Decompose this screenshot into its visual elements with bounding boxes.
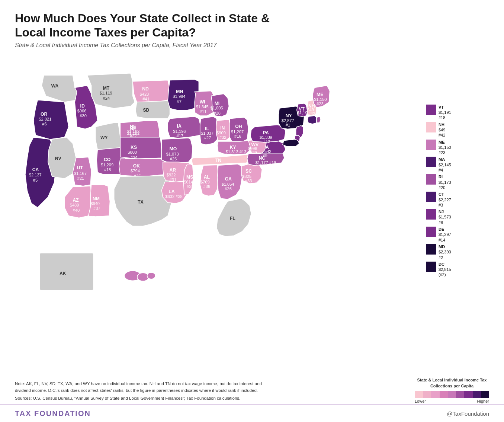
footer-twitter: @TaxFoundation [447,410,489,417]
svg-marker-44 [120,121,160,137]
svg-text:#30: #30 [80,114,87,118]
right-state-dc: DC$2,815(#2) [426,262,474,278]
svg-marker-152 [283,139,299,146]
svg-point-159 [147,272,155,279]
svg-text:WY: WY [100,135,108,140]
svg-text:#36: #36 [203,184,211,189]
svg-text:NV: NV [55,156,62,161]
svg-text:ID: ID [80,103,85,109]
svg-text:$1,167: $1,167 [74,171,87,176]
svg-text:$2,877: $2,877 [282,118,294,122]
right-state-vt: VT$1,191#18 [426,105,474,121]
svg-text:MT: MT [103,86,110,91]
legend-swatches [415,391,489,398]
svg-text:$1,150: $1,150 [314,97,327,102]
svg-text:#17: #17 [176,134,183,138]
svg-text:$794: $794 [131,169,140,173]
svg-text:$1,471: $1,471 [132,287,144,291]
svg-text:OR: OR [41,112,48,117]
svg-text:#37: #37 [93,206,100,211]
svg-text:#6: #6 [42,121,46,126]
footer-notes: Note: AK, FL, NV, SD, TX, WA, and WY hav… [15,381,411,402]
legend-area: State & Local Individual Income Tax Coll… [415,377,489,403]
svg-text:$640: $640 [90,201,100,206]
svg-text:$1,119: $1,119 [100,91,112,95]
svg-marker-61 [168,116,201,138]
svg-text:$2,137: $2,137 [29,173,42,177]
svg-text:#10: #10 [136,291,143,295]
svg-text:OK: OK [133,163,140,169]
svg-text:$1,313 #13: $1,313 #13 [226,150,247,154]
svg-text:#42: #42 [308,111,315,116]
svg-text:WA: WA [51,83,59,89]
svg-text:HI: HI [137,281,141,286]
svg-text:$800: $800 [128,150,137,154]
svg-text:#26: #26 [225,186,232,191]
svg-marker-65 [161,138,192,163]
svg-marker-84 [200,116,218,145]
svg-text:AZ: AZ [73,198,79,203]
svg-text:IN: IN [220,125,225,130]
svg-text:MS: MS [186,175,193,180]
svg-text:AK: AK [60,271,66,276]
svg-text:$966: $966 [77,109,87,113]
svg-marker-51 [119,159,166,176]
main-container: How Much Does Your State Collect in Stat… [0,0,504,422]
svg-text:MN: MN [176,89,183,94]
svg-text:#12: #12 [263,139,270,144]
svg-marker-10 [48,137,76,179]
svg-text:ND: ND [142,86,149,92]
right-state-me: ME$1,150#23 [426,140,474,156]
svg-text:$1,005: $1,005 [211,106,223,110]
svg-text:GA: GA [225,176,232,182]
svg-text:$1,037: $1,037 [201,131,214,135]
svg-text:$1,177 #19: $1,177 #19 [256,160,276,165]
svg-text:AR: AR [170,167,176,173]
svg-text:$423: $423 [140,92,149,96]
svg-text:TX: TX [138,199,144,204]
svg-text:$2,021: $2,021 [39,117,51,121]
svg-text:OH: OH [235,124,242,129]
svg-rect-155 [40,253,93,290]
svg-text:#33: #33 [245,179,252,183]
svg-text:$1,984: $1,984 [173,94,185,99]
svg-text:LA: LA [168,189,174,194]
svg-text:#11: #11 [200,109,207,114]
svg-text:#25: #25 [170,157,177,161]
legend-title: State & Local Individual Income Tax Coll… [415,377,489,389]
svg-text:KY: KY [230,145,236,150]
svg-text:#9: #9 [263,153,267,158]
legend-higher-label: Higher [477,399,489,403]
svg-text:CA: CA [32,167,39,172]
svg-marker-42 [135,101,170,119]
svg-text:CO: CO [104,157,110,162]
svg-text:NM: NM [93,196,100,201]
svg-text:AL: AL [204,175,210,180]
svg-text:UT: UT [77,165,83,170]
page-subtitle: State & Local Individual Income Tax Coll… [15,42,489,49]
footer-bar: TAX FOUNDATION @TaxFoundation [0,404,504,422]
map-area: WA OR $2,021 #6 CA $2,137 #5 NV ID $966 … [15,52,489,314]
svg-text:#41: #41 [142,97,150,101]
svg-text:$1,073: $1,073 [166,151,179,156]
footer-note: Note: AK, FL, NV, SD, TX, WA, and WY hav… [15,381,268,394]
right-state-md: MD$2,390#2 [426,244,474,260]
right-state-ri: RI$1,173#20 [426,174,474,190]
svg-marker-38 [133,80,170,102]
svg-text:$1,207: $1,207 [231,129,244,134]
svg-text:$1,209: $1,209 [101,162,113,167]
svg-point-158 [137,273,149,281]
svg-marker-149 [317,116,321,123]
svg-text:$825: $825 [242,174,251,178]
svg-text:#16: #16 [234,134,241,138]
svg-text:#23: #23 [317,102,324,106]
svg-text:NY: NY [286,113,292,118]
right-state-de: DE$1,297#14 [426,227,474,243]
page-title: How Much Does Your State Collect in Stat… [15,11,275,40]
svg-text:TN: TN [215,158,221,163]
svg-text:NE: NE [130,124,136,129]
legend-labels: Lower Higher [415,399,489,403]
svg-text:#27: #27 [204,135,211,140]
svg-text:$1,054: $1,054 [222,182,234,186]
svg-text:MO: MO [170,146,177,151]
